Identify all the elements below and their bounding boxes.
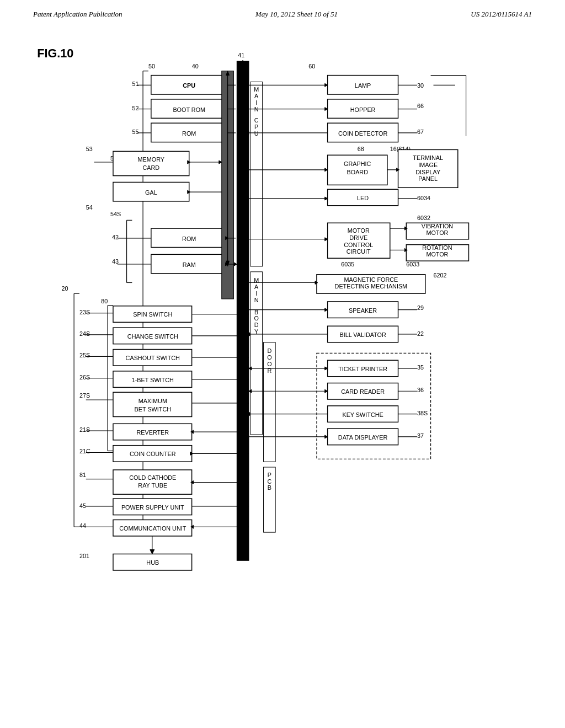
svg-text:DETECTING MECHANISM: DETECTING MECHANISM [335,283,408,290]
svg-text:36: 36 [417,387,424,393]
svg-text:50: 50 [148,63,155,69]
svg-text:KEY SWITCHE: KEY SWITCHE [342,411,383,418]
svg-text:21C: 21C [79,448,90,454]
svg-text:P: P [254,124,258,130]
svg-text:DATA DISPLAYER: DATA DISPLAYER [338,434,388,441]
svg-text:C: C [254,117,259,124]
svg-text:MOTOR: MOTOR [426,251,448,258]
svg-text:201: 201 [79,553,89,559]
svg-text:ROM: ROM [182,235,196,242]
svg-marker-92 [150,550,154,554]
svg-text:55: 55 [132,129,138,135]
svg-text:IMAGE: IMAGE [418,162,438,168]
svg-text:6033: 6033 [406,261,419,267]
header-left: Patent Application Publication [33,10,122,19]
svg-text:CIRCUIT: CIRCUIT [347,248,371,255]
svg-text:80: 80 [101,298,108,304]
svg-text:N: N [254,297,259,303]
svg-text:POWER SUPPLY UNIT: POWER SUPPLY UNIT [121,504,184,511]
svg-text:TERMINAL: TERMINAL [413,154,443,161]
svg-text:38S: 38S [417,410,428,416]
svg-text:HOPPER: HOPPER [350,106,376,113]
svg-text:RAM: RAM [183,261,196,268]
svg-text:COMMUNICATION UNIT: COMMUNICATION UNIT [119,525,186,532]
svg-text:O: O [267,354,271,361]
svg-text:DISPLAY: DISPLAY [415,169,440,175]
header-right: US 2012/0115614 A1 [471,10,532,19]
svg-text:67: 67 [417,129,424,135]
svg-text:I: I [255,290,257,297]
svg-text:68: 68 [358,146,364,152]
svg-text:CONTROL: CONTROL [344,242,373,248]
svg-marker-231 [219,160,222,164]
svg-text:B: B [268,484,271,491]
svg-text:REVERTER: REVERTER [136,429,169,436]
svg-text:54: 54 [86,204,93,211]
svg-text:30: 30 [417,82,424,89]
svg-text:1-BET SWITCH: 1-BET SWITCH [132,377,174,383]
svg-text:RAY TUBE: RAY TUBE [138,482,167,489]
svg-text:CASHOUT SWITCH: CASHOUT SWITCH [126,355,180,361]
svg-text:20: 20 [61,285,68,292]
svg-text:U: U [254,130,259,137]
svg-text:A: A [254,283,259,290]
svg-text:Y: Y [254,328,258,335]
svg-text:CPU: CPU [183,82,195,89]
svg-text:6032: 6032 [417,215,430,221]
header-middle: May 10, 2012 Sheet 10 of 51 [255,10,338,19]
svg-text:42: 42 [112,234,119,240]
svg-text:BET SWITCH: BET SWITCH [135,406,171,413]
svg-text:44: 44 [79,522,86,529]
svg-text:6034: 6034 [417,195,430,201]
svg-text:SPEAKER: SPEAKER [349,307,377,314]
svg-text:PANEL: PANEL [418,175,438,182]
svg-text:23S: 23S [79,309,90,315]
svg-text:BOOT ROM: BOOT ROM [173,106,205,113]
svg-text:22: 22 [417,330,424,337]
svg-text:53: 53 [86,146,93,152]
svg-text:D: D [267,347,271,354]
svg-text:MAGNETIC FORCE: MAGNETIC FORCE [344,276,398,283]
svg-text:D: D [254,322,259,328]
svg-text:O: O [254,315,259,322]
svg-text:66: 66 [417,103,424,109]
svg-text:25S: 25S [79,352,90,358]
svg-text:MOTOR: MOTOR [426,229,448,236]
svg-marker-200 [249,367,252,370]
svg-text:M: M [254,86,259,93]
svg-text:81: 81 [79,472,86,478]
svg-text:LAMP: LAMP [355,82,371,89]
svg-text:ROTATION: ROTATION [422,244,452,251]
svg-text:P: P [268,472,271,478]
svg-text:LED: LED [357,195,369,201]
svg-text:26S: 26S [79,374,90,381]
svg-text:SPIN SWITCH: SPIN SWITCH [133,311,172,318]
svg-marker-207 [249,389,252,393]
svg-text:27S: 27S [79,392,90,399]
svg-text:40: 40 [192,63,199,69]
svg-marker-238 [234,263,237,266]
svg-text:BILL VALIDATOR: BILL VALIDATOR [339,331,386,338]
svg-text:C: C [267,478,271,485]
svg-text:21S: 21S [79,426,90,433]
svg-text:BOARD: BOARD [347,169,369,175]
svg-text:37: 37 [417,432,424,439]
svg-text:6035: 6035 [341,261,354,267]
svg-text:COIN COUNTER: COIN COUNTER [130,451,176,457]
svg-text:TICKET PRINTER: TICKET PRINTER [338,366,387,372]
svg-text:MAXIMUM: MAXIMUM [138,398,167,404]
svg-text:51: 51 [132,81,138,87]
svg-text:COLD CATHODE: COLD CATHODE [129,474,176,481]
svg-text:I: I [255,99,257,106]
svg-text:VIBRATION: VIBRATION [422,223,453,229]
svg-rect-21 [113,151,189,175]
svg-text:41: 41 [238,52,244,58]
svg-text:45: 45 [79,502,86,509]
svg-text:54S: 54S [110,211,121,217]
svg-text:43: 43 [112,258,119,265]
svg-rect-66 [113,392,192,416]
svg-text:DRIVE: DRIVE [349,234,367,241]
svg-text:O: O [267,361,271,367]
svg-text:HUB: HUB [146,559,159,566]
svg-text:ROM: ROM [182,130,196,137]
